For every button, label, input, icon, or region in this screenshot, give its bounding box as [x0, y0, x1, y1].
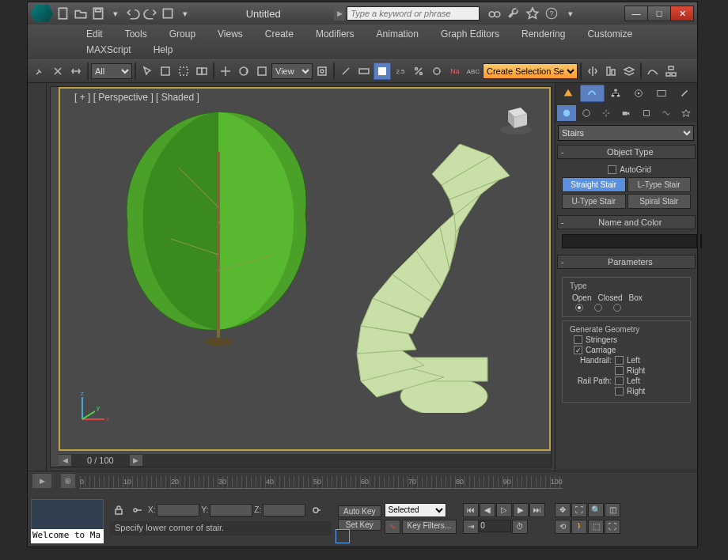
window-crossing-icon[interactable] [193, 62, 210, 80]
tab-display-icon[interactable] [650, 85, 673, 102]
app-icon[interactable] [31, 5, 53, 22]
rollout-parameters[interactable]: -Parameters [557, 255, 696, 269]
rotate-icon[interactable] [235, 62, 252, 80]
railpath-right-checkbox[interactable] [615, 387, 624, 395]
mirror-icon[interactable] [584, 62, 601, 80]
menu-tools[interactable]: Tools [114, 26, 158, 42]
open-icon[interactable] [74, 6, 88, 21]
tab-create-icon[interactable] [557, 85, 580, 102]
carriage-checkbox[interactable]: ✓ [574, 346, 582, 354]
select-icon[interactable] [138, 62, 156, 80]
stair-straight-button[interactable]: Straight Stair [562, 177, 626, 192]
close-button[interactable]: ✕ [670, 6, 694, 21]
viewport[interactable]: [ + ] [ Perspective ] [ Shaded ] [50, 86, 552, 467]
tab-modify-icon[interactable] [580, 85, 605, 102]
menu-maxscript[interactable]: MAXScript [75, 42, 142, 58]
zoom-icon[interactable]: 🔍 [588, 503, 604, 517]
select-region-icon[interactable] [175, 62, 192, 80]
prompt-indicator-icon[interactable] [336, 529, 350, 543]
script-listener[interactable]: Welcome to Ma [31, 529, 104, 543]
search-input[interactable] [347, 6, 480, 21]
tab-motion-icon[interactable] [627, 85, 650, 102]
key-target-select[interactable]: Selected [385, 503, 446, 517]
chevron-down-icon[interactable]: ▾ [108, 6, 123, 21]
object-name-input[interactable] [562, 234, 697, 248]
selection-filter[interactable]: All [91, 63, 132, 79]
next-frame-icon[interactable]: ▶ [513, 503, 529, 517]
menu-customize[interactable]: Customize [576, 26, 643, 42]
curve-editor-icon[interactable] [644, 62, 662, 80]
scale-icon[interactable] [253, 62, 271, 80]
tab-hierarchy-icon[interactable] [605, 85, 628, 102]
stair-utype-button[interactable]: U-Type Stair [562, 194, 626, 209]
orbit-icon[interactable]: ⟲ [555, 520, 571, 534]
scroll-left-icon[interactable]: ◀ [59, 455, 71, 466]
mini-expand-icon[interactable]: ⊞ [61, 474, 75, 488]
pivot-icon[interactable] [313, 62, 331, 80]
pan-icon[interactable]: ✥ [555, 503, 571, 517]
star-icon[interactable] [525, 6, 540, 21]
menu-rendering[interactable]: Rendering [510, 26, 576, 42]
zoom-region-icon[interactable]: ⬚ [588, 520, 604, 534]
key-icon[interactable] [129, 501, 146, 519]
menu-animation[interactable]: Animation [366, 26, 430, 42]
walk-icon[interactable]: 🚶 [571, 520, 587, 534]
redo-icon[interactable] [143, 6, 157, 21]
angle-snap-icon[interactable]: 2.5 [392, 62, 409, 80]
type-closed-radio[interactable] [594, 304, 602, 312]
move-icon[interactable] [217, 62, 234, 80]
railpath-left-checkbox[interactable] [615, 376, 624, 385]
manipulate-icon[interactable] [337, 62, 355, 80]
viewcube[interactable] [497, 98, 535, 136]
subtab-geometry-icon[interactable] [557, 105, 576, 121]
new-icon[interactable] [56, 6, 70, 21]
setkey-small-icon[interactable]: ∿ [385, 520, 400, 534]
goto-end-icon[interactable]: ⏭ [529, 503, 545, 517]
percent-snap-icon[interactable] [410, 62, 427, 80]
tab-utilities-icon[interactable] [673, 85, 696, 102]
category-dropdown[interactable]: Stairs [558, 125, 694, 141]
help-icon[interactable]: ? [544, 6, 559, 21]
viewport-label[interactable]: [ + ] [ Perspective ] [ Shaded ] [74, 92, 199, 103]
ref-coord-system[interactable]: View [271, 63, 313, 79]
undo-icon[interactable] [126, 6, 140, 21]
handrail-left-checkbox[interactable] [615, 356, 624, 365]
y-input[interactable] [210, 504, 252, 516]
subtab-helpers-icon[interactable] [637, 105, 656, 121]
time-slider[interactable]: ▶ ⊞ 0 10 20 30 40 50 60 70 80 90 100 [28, 471, 697, 490]
menu-create[interactable]: Create [254, 26, 305, 42]
subtab-lights-icon[interactable] [597, 105, 616, 121]
rollout-object-type[interactable]: -Object Type [557, 145, 696, 159]
wrench-icon[interactable] [506, 6, 521, 21]
chevron-down-icon[interactable]: ▾ [178, 6, 192, 21]
rollout-name-color[interactable]: -Name and Color [557, 215, 696, 229]
schematic-icon[interactable] [662, 62, 680, 80]
edit-named-icon[interactable]: ABC [464, 62, 482, 80]
play-icon[interactable]: ▶ [32, 474, 51, 488]
viewport-inner[interactable]: [ + ] [ Perspective ] [ Shaded ] [59, 87, 551, 451]
layers-icon[interactable] [620, 62, 638, 80]
stair-ltype-button[interactable]: L-Type Stair [628, 177, 692, 192]
menu-group[interactable]: Group [158, 26, 207, 42]
subtab-systems-icon[interactable] [677, 105, 696, 121]
menu-help[interactable]: Help [142, 42, 184, 58]
x-input[interactable] [157, 504, 199, 516]
menu-views[interactable]: Views [207, 26, 254, 42]
stringers-checkbox[interactable] [574, 335, 582, 344]
autogrid-checkbox[interactable] [608, 165, 616, 174]
goto-start-icon[interactable]: ⏮ [463, 503, 479, 517]
z-input[interactable] [263, 504, 305, 516]
subtab-cameras-icon[interactable] [616, 105, 635, 121]
bind-icon[interactable] [67, 62, 85, 80]
keymode-icon[interactable]: ⇥ [463, 520, 479, 534]
spinner-snap-icon[interactable] [428, 62, 446, 80]
unlink-tool-icon[interactable] [49, 62, 66, 80]
subtab-shapes-icon[interactable] [577, 105, 596, 121]
autokey-button[interactable]: Auto Key [338, 505, 381, 517]
snap-toggle-icon[interactable] [373, 62, 391, 80]
color-swatch[interactable] [700, 234, 702, 248]
minimize-button[interactable]: — [624, 6, 648, 21]
max-toggle-icon[interactable]: ⛶ [605, 520, 620, 534]
type-box-radio[interactable] [613, 304, 621, 312]
prev-frame-icon[interactable]: ◀ [480, 503, 495, 517]
